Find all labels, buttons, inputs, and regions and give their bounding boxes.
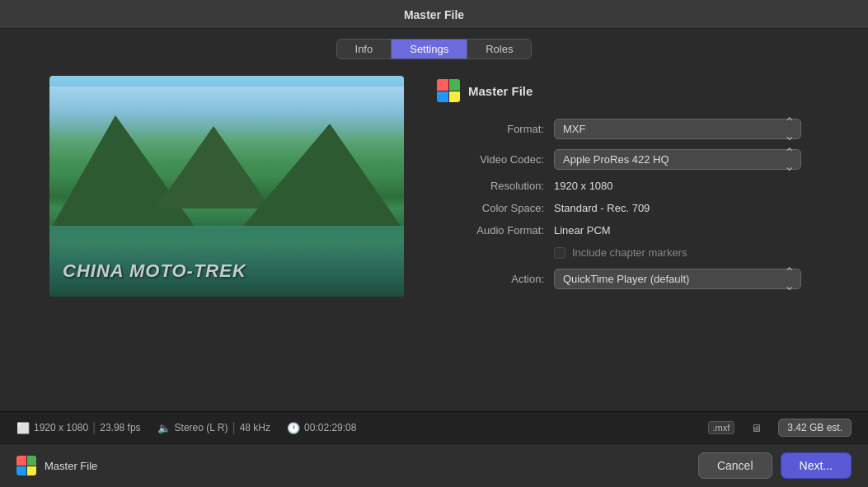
format-label: Format: [437,123,544,135]
color-icon [437,79,460,102]
video-codec-label: Video Codec: [437,153,544,166]
format-dropdown-wrapper: MXF QuickTime MP4 ⌃⌄ [554,119,801,139]
resolution-label: Resolution: [437,180,544,192]
color-space-value: Standard - Rec. 709 [554,202,650,214]
bottom-icon-green [27,456,37,466]
form-rows: Format: MXF QuickTime MP4 ⌃⌄ Video Codec… [437,119,835,289]
video-codec-row: Video Codec: Apple ProRes 422 HQ Apple P… [437,149,835,170]
icon-red [437,79,448,91]
thumbnail: China Moto-trek [49,76,404,297]
action-row: Action: QuickTime Player (default) Revea… [437,269,835,289]
preview-panel: China Moto-trek [49,76,404,403]
status-bar: ⬜ 1920 x 1080 | 23.98 fps 🔈 Stereo (L R)… [0,411,868,443]
audio-format-value: Linear PCM [554,224,611,236]
action-label: Action: [437,273,544,285]
bottom-icon-blue [16,466,26,476]
status-resolution: ⬜ 1920 x 1080 | 23.98 fps [16,421,141,434]
status-resolution-value: 1920 x 1080 [34,422,88,433]
status-duration: 🕐 00:02:29:08 [287,422,356,434]
file-ext-badge: .mxf [708,421,735,434]
title-bar: Master File [0,0,868,29]
chapter-markers-checkbox[interactable] [554,247,565,259]
status-sample-rate: 48 kHz [240,422,270,433]
window-title: Master File [404,8,464,21]
icon-blue [437,91,448,103]
bottom-color-icon [16,456,36,475]
chapter-markers-row: Include chapter markers [554,246,835,259]
audio-format-label: Audio Format: [437,224,544,236]
mountain-right [239,124,404,231]
tab-info[interactable]: Info [337,40,392,59]
bottom-icon-yellow [27,466,37,476]
next-button[interactable]: Next... [781,452,852,479]
cancel-button[interactable]: Cancel [698,452,772,479]
main-content: China Moto-trek Master File Format: MXF [0,68,868,411]
video-codec-dropdown-wrapper: Apple ProRes 422 HQ Apple ProRes 422 H.2… [554,149,801,170]
resolution-row: Resolution: 1920 x 1080 [437,180,835,192]
bottom-icon-red [16,456,26,466]
bottom-title: Master File [45,460,97,472]
resolution-icon: ⬜ [16,422,30,434]
format-dropdown[interactable]: MXF QuickTime MP4 [554,119,801,139]
action-dropdown[interactable]: QuickTime Player (default) Reveal in Fin… [554,269,801,289]
resolution-value: 1920 x 1080 [554,180,613,192]
audio-icon: 🔈 [157,422,171,434]
audio-format-row: Audio Format: Linear PCM [437,224,835,236]
status-audio-value: Stereo (L R) [175,422,228,433]
tab-group: Info Settings Roles [336,39,533,59]
clock-icon: 🕐 [287,422,300,434]
monitor-icon: 🖥 [751,422,762,434]
settings-panel: Master File Format: MXF QuickTime MP4 ⌃⌄… [437,76,835,403]
tab-roles[interactable]: Roles [467,40,531,59]
thumbnail-background: China Moto-trek [49,76,404,297]
status-duration-value: 00:02:29:08 [304,422,356,433]
tab-settings[interactable]: Settings [392,40,467,59]
settings-section-title: Master File [468,84,533,98]
icon-yellow [449,91,461,103]
status-fps-value: 23.98 fps [100,422,140,433]
thumbnail-title: China Moto-trek [63,260,246,282]
color-space-row: Color Space: Standard - Rec. 709 [437,202,835,214]
status-audio: 🔈 Stereo (L R) | 48 kHz [157,421,270,434]
color-space-label: Color Space: [437,202,544,214]
file-size-badge: 3.42 GB est. [778,419,852,437]
format-row: Format: MXF QuickTime MP4 ⌃⌄ [437,119,835,139]
settings-title-row: Master File [437,79,835,102]
tab-row: Info Settings Roles [0,29,868,68]
action-dropdown-wrapper: QuickTime Player (default) Reveal in Fin… [554,269,801,289]
video-codec-dropdown[interactable]: Apple ProRes 422 HQ Apple ProRes 422 H.2… [554,149,801,170]
chapter-markers-label: Include chapter markers [572,246,687,259]
icon-green [449,79,461,91]
bottom-bar: Master File Cancel Next... [0,443,868,487]
